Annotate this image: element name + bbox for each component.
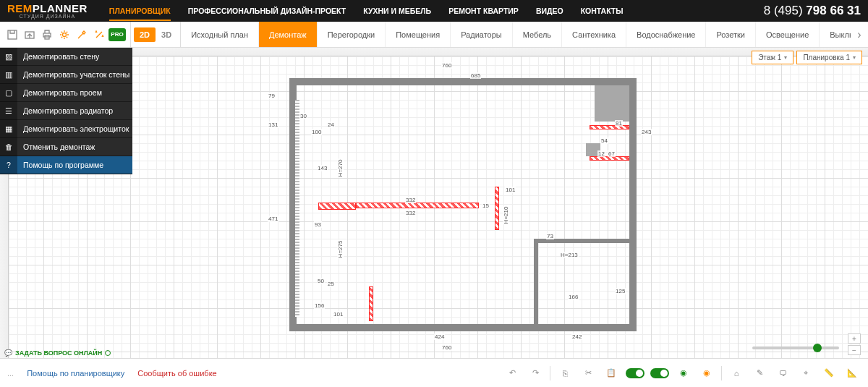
tools-icon[interactable] [74, 27, 90, 43]
pro-badge[interactable]: PRO [109, 28, 126, 41]
open-icon[interactable] [22, 27, 38, 43]
nav-kitchen[interactable]: КУХНИ И МЕБЕЛЬ [363, 7, 431, 15]
online-status-dot [105, 350, 111, 356]
ruler-icon[interactable]: 📏 [820, 365, 838, 382]
wall-icon: ▨ [0, 48, 17, 66]
floor-dropdown[interactable]: Этаж 1 [752, 51, 793, 64]
zoom-out[interactable]: − [848, 345, 861, 355]
demolition-segment-3[interactable] [495, 187, 499, 230]
view-3d[interactable]: 3D [156, 27, 177, 42]
tab-water[interactable]: Водоснабжение [626, 22, 706, 47]
demolition-segment-2[interactable] [356, 203, 479, 208]
tool-demolish-panel[interactable]: ▦Демонтировать электрощиток [0, 120, 132, 138]
nav-renovation[interactable]: РЕМОНТ КВАРТИР [448, 7, 519, 15]
bottom-more[interactable]: ... [7, 369, 14, 378]
nav-contacts[interactable]: КОНТАКТЫ [581, 7, 624, 15]
bottom-help-link[interactable]: Помощь по планировщику [27, 369, 124, 378]
dim-73: 73 [546, 233, 554, 239]
dim-101r: 101 [505, 187, 516, 193]
toggle-2[interactable] [650, 368, 669, 378]
dim-166: 166 [568, 294, 579, 300]
svg-rect-0 [8, 30, 17, 39]
zoom-in[interactable]: + [848, 333, 861, 344]
panel-icon: ▦ [0, 120, 17, 138]
tool-demolish-radiator[interactable]: ☰Демонтировать радиатор [0, 102, 132, 120]
dim-50: 50 [317, 278, 325, 284]
online-chat-link[interactable]: 💬 ЗАДАТЬ ВОПРОС ОНЛАЙН [4, 349, 111, 357]
toggle-1[interactable] [626, 368, 644, 378]
tab-demolition[interactable]: Демонтаж [259, 22, 318, 47]
toolbar-row: PRO 2D 3D Исходный план Демонтаж Перегор… [0, 22, 868, 48]
wall-part-icon: ▥ [0, 66, 17, 84]
opt-icon-2[interactable]: ◉ [698, 365, 715, 382]
tool-help[interactable]: ?Помощь по программе [0, 156, 132, 174]
save-icon[interactable] [4, 27, 20, 43]
paste-icon[interactable]: 📋 [603, 365, 620, 382]
nav-planner[interactable]: ПЛАНИРОВЩИК [109, 7, 171, 15]
dim-30: 30 [299, 113, 307, 119]
wall-inner-v [534, 239, 538, 327]
opt-icon-1[interactable]: ◉ [675, 365, 692, 382]
phone-number[interactable]: 8 (495) 798 66 31 [764, 4, 861, 18]
target-icon[interactable]: ⌖ [797, 365, 814, 382]
bottom-bar: ... Помощь по планировщику Сообщить об о… [0, 358, 868, 387]
redo-icon[interactable]: ↷ [527, 365, 544, 382]
chat-icon: 💬 [4, 349, 12, 357]
dim-424: 424 [434, 333, 445, 340]
view-2d[interactable]: 2D [134, 27, 156, 42]
floor-plan[interactable]: 760 685 79 131 471 30 100 24 143 H=270 9… [239, 56, 637, 349]
nav-design-project[interactable]: ПРОФЕССИОНАЛЬНЫЙ ДИЗАЙН-ПРОЕКТ [188, 7, 346, 15]
tab-plumbing[interactable]: Сантехника [562, 22, 626, 47]
dim-131: 131 [268, 122, 278, 128]
logo[interactable]: REMPLANNER СТУДИЯ ДИЗАЙНА [7, 3, 88, 19]
dim-93: 93 [314, 221, 322, 228]
comment-icon[interactable]: 🗨 [774, 365, 791, 382]
tool-demolish-wall-part[interactable]: ▥Демонтировать участок стены [0, 66, 132, 84]
tool-undo-demolition[interactable]: 🗑Отменить демонтаж [0, 138, 132, 156]
tabs-scroll-right[interactable]: › [851, 22, 868, 47]
dim-h213: H=213 [560, 252, 579, 258]
undo-icon[interactable]: ↶ [503, 365, 521, 382]
window-left [295, 100, 299, 317]
svg-point-4 [63, 33, 67, 36]
dim-100: 100 [311, 129, 322, 135]
tab-rooms[interactable]: Помещения [386, 22, 451, 47]
tab-lighting[interactable]: Освещение [756, 22, 820, 47]
wall-top [289, 78, 637, 85]
zoom-slider-thumb[interactable] [813, 344, 822, 352]
dim-332a: 332 [405, 197, 416, 203]
demolition-segment-4[interactable] [590, 125, 629, 129]
zoom-slider[interactable] [752, 346, 839, 349]
layout-dropdown[interactable]: Планировка 1 [796, 51, 862, 64]
nav-video[interactable]: ВИДЕО [536, 7, 563, 15]
dim-12: 12 [597, 150, 605, 157]
tab-furniture[interactable]: Мебель [513, 22, 562, 47]
tab-radiators[interactable]: Радиаторы [451, 22, 513, 47]
tool-demolish-opening[interactable]: ▢Демонтировать проем [0, 84, 132, 102]
demolition-segment-6[interactable] [369, 286, 373, 321]
magic-icon[interactable] [91, 27, 107, 43]
dim-332b: 332 [405, 210, 416, 216]
bottom-report-link[interactable]: Сообщить об ошибке [137, 369, 216, 378]
pen-icon[interactable]: ✎ [751, 365, 768, 382]
tab-sockets[interactable]: Розетки [706, 22, 756, 47]
cut-icon[interactable]: ✂ [579, 365, 597, 382]
dim-143: 143 [317, 165, 328, 171]
dim-h270: H=270 [337, 159, 344, 178]
zoom-buttons: + − [848, 333, 861, 355]
settings-icon[interactable] [56, 27, 72, 43]
bottom-toolbar: ↶ ↷ ⎘ ✂ 📋 ◉ ◉ ⌂ ✎ 🗨 ⌖ 📏 📐 [503, 365, 861, 382]
print-icon[interactable] [39, 27, 55, 43]
tab-switches[interactable]: Выключатели [820, 22, 851, 47]
tab-partitions[interactable]: Перегородки [318, 22, 386, 47]
dim-h210: H=210 [503, 206, 509, 225]
tab-original-plan[interactable]: Исходный план [181, 22, 259, 47]
home-icon[interactable]: ⌂ [728, 365, 745, 382]
dim-685: 685 [470, 72, 481, 79]
tool-demolish-wall[interactable]: ▨Демонтировать стену [0, 48, 132, 66]
ruler2-icon[interactable]: 📐 [843, 365, 861, 382]
demolition-segment-1[interactable] [318, 203, 356, 210]
copy-icon[interactable]: ⎘ [556, 365, 574, 382]
dim-81: 81 [615, 120, 623, 127]
top-right-dropdowns: Этаж 1 Планировка 1 [752, 51, 862, 64]
